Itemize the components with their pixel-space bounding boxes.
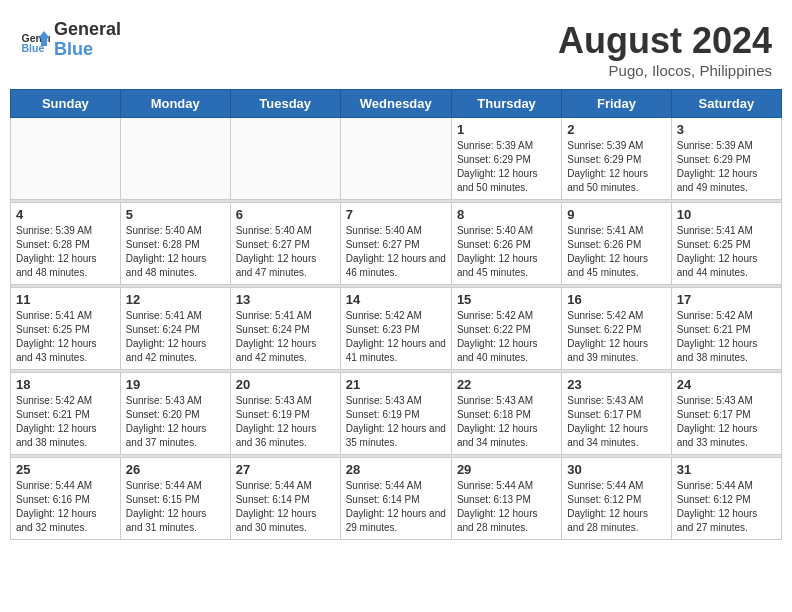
day-number: 27 xyxy=(236,462,335,477)
calendar-cell: 24Sunrise: 5:43 AM Sunset: 6:17 PM Dayli… xyxy=(671,373,781,455)
calendar-cell: 13Sunrise: 5:41 AM Sunset: 6:24 PM Dayli… xyxy=(230,288,340,370)
day-number: 18 xyxy=(16,377,115,392)
calendar-cell: 19Sunrise: 5:43 AM Sunset: 6:20 PM Dayli… xyxy=(120,373,230,455)
day-number: 22 xyxy=(457,377,556,392)
day-info: Sunrise: 5:39 AM Sunset: 6:29 PM Dayligh… xyxy=(677,139,776,195)
day-info: Sunrise: 5:44 AM Sunset: 6:12 PM Dayligh… xyxy=(567,479,665,535)
calendar-cell: 29Sunrise: 5:44 AM Sunset: 6:13 PM Dayli… xyxy=(451,458,561,540)
day-info: Sunrise: 5:43 AM Sunset: 6:19 PM Dayligh… xyxy=(346,394,446,450)
day-info: Sunrise: 5:44 AM Sunset: 6:14 PM Dayligh… xyxy=(236,479,335,535)
calendar-cell: 1Sunrise: 5:39 AM Sunset: 6:29 PM Daylig… xyxy=(451,118,561,200)
calendar-cell: 7Sunrise: 5:40 AM Sunset: 6:27 PM Daylig… xyxy=(340,203,451,285)
calendar-cell: 14Sunrise: 5:42 AM Sunset: 6:23 PM Dayli… xyxy=(340,288,451,370)
day-number: 8 xyxy=(457,207,556,222)
day-number: 25 xyxy=(16,462,115,477)
day-info: Sunrise: 5:40 AM Sunset: 6:27 PM Dayligh… xyxy=(236,224,335,280)
day-info: Sunrise: 5:39 AM Sunset: 6:29 PM Dayligh… xyxy=(567,139,665,195)
calendar-cell: 23Sunrise: 5:43 AM Sunset: 6:17 PM Dayli… xyxy=(562,373,671,455)
location-subtitle: Pugo, Ilocos, Philippines xyxy=(558,62,772,79)
day-number: 9 xyxy=(567,207,665,222)
calendar-cell: 8Sunrise: 5:40 AM Sunset: 6:26 PM Daylig… xyxy=(451,203,561,285)
day-number: 28 xyxy=(346,462,446,477)
calendar-cell xyxy=(340,118,451,200)
day-number: 14 xyxy=(346,292,446,307)
day-number: 7 xyxy=(346,207,446,222)
weekday-sunday: Sunday xyxy=(11,90,121,118)
day-info: Sunrise: 5:39 AM Sunset: 6:28 PM Dayligh… xyxy=(16,224,115,280)
logo-text: GeneralBlue xyxy=(54,20,121,60)
day-info: Sunrise: 5:40 AM Sunset: 6:27 PM Dayligh… xyxy=(346,224,446,280)
day-number: 12 xyxy=(126,292,225,307)
weekday-friday: Friday xyxy=(562,90,671,118)
day-number: 26 xyxy=(126,462,225,477)
weekday-wednesday: Wednesday xyxy=(340,90,451,118)
calendar-cell: 26Sunrise: 5:44 AM Sunset: 6:15 PM Dayli… xyxy=(120,458,230,540)
day-number: 31 xyxy=(677,462,776,477)
day-info: Sunrise: 5:40 AM Sunset: 6:28 PM Dayligh… xyxy=(126,224,225,280)
day-info: Sunrise: 5:39 AM Sunset: 6:29 PM Dayligh… xyxy=(457,139,556,195)
day-info: Sunrise: 5:44 AM Sunset: 6:14 PM Dayligh… xyxy=(346,479,446,535)
calendar-cell: 17Sunrise: 5:42 AM Sunset: 6:21 PM Dayli… xyxy=(671,288,781,370)
month-year-title: August 2024 xyxy=(558,20,772,62)
day-info: Sunrise: 5:43 AM Sunset: 6:17 PM Dayligh… xyxy=(677,394,776,450)
calendar-cell: 16Sunrise: 5:42 AM Sunset: 6:22 PM Dayli… xyxy=(562,288,671,370)
calendar-cell: 22Sunrise: 5:43 AM Sunset: 6:18 PM Dayli… xyxy=(451,373,561,455)
calendar-cell: 6Sunrise: 5:40 AM Sunset: 6:27 PM Daylig… xyxy=(230,203,340,285)
day-number: 30 xyxy=(567,462,665,477)
calendar-cell xyxy=(120,118,230,200)
day-number: 16 xyxy=(567,292,665,307)
week-row-5: 25Sunrise: 5:44 AM Sunset: 6:16 PM Dayli… xyxy=(11,458,782,540)
day-info: Sunrise: 5:41 AM Sunset: 6:26 PM Dayligh… xyxy=(567,224,665,280)
day-info: Sunrise: 5:42 AM Sunset: 6:21 PM Dayligh… xyxy=(677,309,776,365)
day-number: 24 xyxy=(677,377,776,392)
day-number: 11 xyxy=(16,292,115,307)
weekday-tuesday: Tuesday xyxy=(230,90,340,118)
calendar-cell: 21Sunrise: 5:43 AM Sunset: 6:19 PM Dayli… xyxy=(340,373,451,455)
day-number: 17 xyxy=(677,292,776,307)
calendar-body: 1Sunrise: 5:39 AM Sunset: 6:29 PM Daylig… xyxy=(11,118,782,540)
day-number: 29 xyxy=(457,462,556,477)
day-info: Sunrise: 5:42 AM Sunset: 6:22 PM Dayligh… xyxy=(567,309,665,365)
weekday-saturday: Saturday xyxy=(671,90,781,118)
logo-icon: General Blue xyxy=(20,25,50,55)
week-row-4: 18Sunrise: 5:42 AM Sunset: 6:21 PM Dayli… xyxy=(11,373,782,455)
day-info: Sunrise: 5:42 AM Sunset: 6:23 PM Dayligh… xyxy=(346,309,446,365)
day-info: Sunrise: 5:43 AM Sunset: 6:20 PM Dayligh… xyxy=(126,394,225,450)
weekday-monday: Monday xyxy=(120,90,230,118)
day-number: 15 xyxy=(457,292,556,307)
day-number: 23 xyxy=(567,377,665,392)
title-block: August 2024 Pugo, Ilocos, Philippines xyxy=(558,20,772,79)
day-number: 21 xyxy=(346,377,446,392)
weekday-header-row: SundayMondayTuesdayWednesdayThursdayFrid… xyxy=(11,90,782,118)
day-info: Sunrise: 5:41 AM Sunset: 6:25 PM Dayligh… xyxy=(677,224,776,280)
day-info: Sunrise: 5:42 AM Sunset: 6:22 PM Dayligh… xyxy=(457,309,556,365)
day-info: Sunrise: 5:43 AM Sunset: 6:18 PM Dayligh… xyxy=(457,394,556,450)
calendar-cell: 4Sunrise: 5:39 AM Sunset: 6:28 PM Daylig… xyxy=(11,203,121,285)
week-row-2: 4Sunrise: 5:39 AM Sunset: 6:28 PM Daylig… xyxy=(11,203,782,285)
day-number: 13 xyxy=(236,292,335,307)
day-info: Sunrise: 5:44 AM Sunset: 6:16 PM Dayligh… xyxy=(16,479,115,535)
calendar-header: SundayMondayTuesdayWednesdayThursdayFrid… xyxy=(11,90,782,118)
day-number: 2 xyxy=(567,122,665,137)
day-info: Sunrise: 5:41 AM Sunset: 6:24 PM Dayligh… xyxy=(236,309,335,365)
day-info: Sunrise: 5:43 AM Sunset: 6:17 PM Dayligh… xyxy=(567,394,665,450)
calendar-cell xyxy=(11,118,121,200)
logo: General Blue GeneralBlue xyxy=(20,20,121,60)
calendar-cell: 28Sunrise: 5:44 AM Sunset: 6:14 PM Dayli… xyxy=(340,458,451,540)
weekday-thursday: Thursday xyxy=(451,90,561,118)
calendar-cell: 18Sunrise: 5:42 AM Sunset: 6:21 PM Dayli… xyxy=(11,373,121,455)
day-number: 4 xyxy=(16,207,115,222)
day-info: Sunrise: 5:40 AM Sunset: 6:26 PM Dayligh… xyxy=(457,224,556,280)
page-header: General Blue GeneralBlue August 2024 Pug… xyxy=(10,10,782,84)
calendar-cell: 31Sunrise: 5:44 AM Sunset: 6:12 PM Dayli… xyxy=(671,458,781,540)
day-number: 5 xyxy=(126,207,225,222)
calendar-cell xyxy=(230,118,340,200)
day-info: Sunrise: 5:44 AM Sunset: 6:15 PM Dayligh… xyxy=(126,479,225,535)
calendar-cell: 25Sunrise: 5:44 AM Sunset: 6:16 PM Dayli… xyxy=(11,458,121,540)
week-row-1: 1Sunrise: 5:39 AM Sunset: 6:29 PM Daylig… xyxy=(11,118,782,200)
calendar-cell: 11Sunrise: 5:41 AM Sunset: 6:25 PM Dayli… xyxy=(11,288,121,370)
calendar-cell: 20Sunrise: 5:43 AM Sunset: 6:19 PM Dayli… xyxy=(230,373,340,455)
calendar-cell: 3Sunrise: 5:39 AM Sunset: 6:29 PM Daylig… xyxy=(671,118,781,200)
calendar-cell: 27Sunrise: 5:44 AM Sunset: 6:14 PM Dayli… xyxy=(230,458,340,540)
day-info: Sunrise: 5:44 AM Sunset: 6:12 PM Dayligh… xyxy=(677,479,776,535)
